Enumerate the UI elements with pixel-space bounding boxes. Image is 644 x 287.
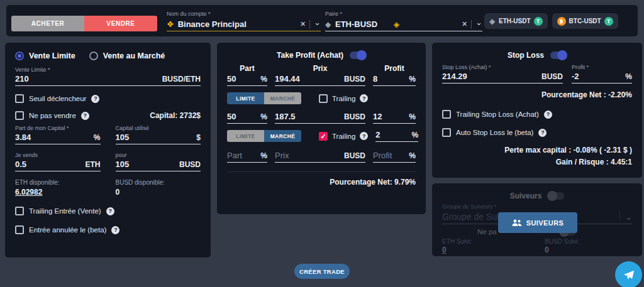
help-icon[interactable]: ?: [360, 132, 368, 140]
trigger-checkbox[interactable]: [15, 94, 24, 103]
suiveurs-button[interactable]: SUIVEURS: [498, 212, 577, 233]
tp2-trailing-percent-input[interactable]: 2 %: [375, 130, 418, 142]
account-clear-icon[interactable]: ✕: [300, 20, 306, 28]
pair-value: ETH-BUSD: [335, 19, 390, 29]
tp1-price-input[interactable]: 194.44 BUSD: [275, 74, 365, 86]
tether-icon: T: [604, 17, 613, 26]
no-sell-checkbox[interactable]: [15, 111, 24, 120]
help-icon[interactable]: ?: [538, 129, 547, 137]
take-profit-toggle[interactable]: [350, 51, 366, 59]
acheter-button[interactable]: ACHETER: [11, 16, 84, 31]
divider: [619, 211, 620, 220]
tp3-price-input[interactable]: Prix BUSD: [275, 151, 365, 163]
eth-followed-label: ETH Suivi:: [442, 238, 530, 245]
capital-used-input[interactable]: 105 $: [116, 133, 201, 144]
pair-field: Paire * ◆ ETH-BUSD ◈ ✕ ⌄: [325, 11, 482, 31]
telegram-button[interactable]: [615, 261, 642, 287]
radio-vente-marche[interactable]: Vente au Marché: [89, 51, 165, 60]
eth-followed-value[interactable]: 0: [442, 246, 530, 254]
sell-panel: Vente Limite Vente au Marché Vente Limit…: [5, 43, 211, 257]
create-trade-button[interactable]: CRÉER TRADE: [294, 264, 350, 279]
tp-row-1: 50 % 194.44 BUSD 8 %: [227, 74, 416, 86]
no-sell-row: Ne pas vendre ? Capital: 2732$: [15, 111, 201, 120]
auto-stop-checkbox[interactable]: [442, 128, 451, 137]
telegram-icon: [622, 268, 636, 282]
trailing-entry-checkbox[interactable]: [15, 207, 24, 215]
tp2-part-input[interactable]: 50 %: [227, 112, 267, 124]
cancel-entry-checkbox[interactable]: [15, 225, 24, 234]
take-profit-panel: Take Profit (Achat) Part Prix Profit 50 …: [217, 43, 426, 214]
tp1-marche-button[interactable]: MARCHÉ: [264, 92, 301, 104]
help-icon[interactable]: ?: [544, 111, 552, 119]
account-input[interactable]: ❖ Binance Principal ✕ ⌄: [167, 19, 321, 31]
account-field: Nom du compte * ❖ Binance Principal ✕ ⌄: [167, 11, 321, 31]
stop-loss-profit-input[interactable]: -2 %: [572, 72, 632, 84]
watch-badge-eth-usdt[interactable]: ◆ ETH-USDT T: [484, 13, 548, 29]
help-icon[interactable]: ?: [81, 112, 89, 120]
tp2-marche-button[interactable]: MARCHÉ: [264, 130, 301, 142]
eth-available-value[interactable]: 6.02982: [15, 188, 101, 197]
help-icon[interactable]: ?: [91, 95, 99, 103]
btc-icon: ฿: [557, 17, 566, 26]
sell-qty-input[interactable]: 0.5 ETH: [15, 160, 101, 171]
followers-chevron-down-icon[interactable]: ⌄: [625, 215, 632, 220]
tp2-trailing-row: ✓ Trailing ?: [309, 132, 368, 141]
help-icon[interactable]: ?: [360, 94, 368, 102]
followers-toggle[interactable]: [548, 192, 564, 200]
tp3-profit-input[interactable]: Profit %: [373, 151, 416, 163]
followers-group-label: Groupe de Suiveurs *: [442, 203, 632, 210]
tp2-limite-button[interactable]: LIMITE: [227, 130, 264, 142]
account-chevron-down-icon[interactable]: ⌄: [314, 20, 321, 25]
people-icon: [512, 219, 522, 227]
pair-label: Paire *: [325, 11, 482, 17]
stop-loss-price-input[interactable]: 214.29 BUSD: [442, 72, 563, 84]
busd-icon: ◈: [394, 20, 399, 29]
watch-badge-btc-usdt[interactable]: ฿ BTC-USDT T: [552, 13, 618, 29]
limit-price-input[interactable]: 210 BUSD/ETH: [15, 74, 201, 86]
part-capital-input[interactable]: 3.84 %: [15, 133, 101, 144]
risk-ratio-text: Gain / Risque : 4.45:1: [442, 156, 632, 168]
top-bar: ACHETER VENDRE Nom du compte * ❖ Binance…: [6, 5, 638, 36]
help-icon[interactable]: ?: [106, 207, 114, 215]
tp-row-3: Part % Prix BUSD Profit %: [227, 151, 416, 163]
take-profit-title: Take Profit (Achat): [277, 51, 343, 60]
tp1-part-input[interactable]: 50 %: [227, 74, 267, 86]
tp2-trailing-checkbox[interactable]: ✓: [319, 132, 328, 141]
account-label: Nom du compte *: [167, 11, 321, 17]
tp2-profit-input[interactable]: 12 %: [373, 112, 416, 124]
tp2-price-input[interactable]: 187.5 BUSD: [275, 112, 365, 124]
trading-app: ACHETER VENDRE Nom du compte * ❖ Binance…: [0, 0, 644, 287]
take-profit-headers: Part Prix Profit: [227, 64, 416, 73]
tp1-trailing-checkbox[interactable]: [319, 94, 328, 103]
pair-clear-icon[interactable]: ✕: [462, 20, 467, 28]
pair-input[interactable]: ◆ ETH-BUSD ◈ ✕ ⌄: [325, 19, 482, 31]
tp-row-1-controls: LIMITE MARCHÉ Trailing ?: [227, 92, 416, 104]
busd-available-value: 0: [116, 188, 201, 197]
tp1-profit-input[interactable]: 8 %: [373, 74, 416, 86]
limit-price-label: Vente Limite *: [15, 67, 201, 73]
stop-loss-toggle[interactable]: [550, 51, 567, 59]
help-icon[interactable]: ?: [111, 226, 119, 234]
radio-selected-icon[interactable]: [15, 51, 24, 60]
tp-net-percentage: Pourcentage Net: 9.79%: [227, 178, 416, 187]
radio-icon[interactable]: [89, 51, 98, 60]
tp1-trailing-row: Trailing ?: [309, 94, 368, 103]
tp3-part-input[interactable]: Part %: [227, 151, 267, 163]
sl-net-percentage: Pourcentage Net : -2.20%: [442, 90, 632, 99]
pair-chevron-down-icon[interactable]: ⌄: [475, 20, 482, 25]
divider: [309, 20, 310, 29]
trailing-entry-row: Trailing Entrée (Vente) ?: [15, 207, 201, 215]
col-prix: Prix: [275, 64, 365, 73]
for-qty-input[interactable]: 105 BUSD: [116, 160, 201, 171]
trailing-stop-checkbox[interactable]: [442, 110, 451, 119]
radio-vente-limite[interactable]: Vente Limite: [15, 51, 75, 60]
tp1-limite-button[interactable]: LIMITE: [227, 92, 264, 104]
tp1-order-type-toggle: LIMITE MARCHÉ: [227, 92, 301, 104]
tp-row-2-controls: LIMITE MARCHÉ ✓ Trailing ? 2 %: [227, 130, 416, 142]
watchlist: ◆ ETH-USDT T ฿ BTC-USDT T: [484, 13, 618, 29]
trailing-stop-row: Trailing Stop Loss (Achat) ?: [442, 110, 632, 119]
tp2-order-type-toggle: LIMITE MARCHÉ: [227, 130, 301, 142]
account-value: Binance Principal: [178, 19, 296, 29]
for-qty-label: pour: [116, 152, 201, 158]
vendre-button[interactable]: VENDRE: [84, 16, 157, 31]
